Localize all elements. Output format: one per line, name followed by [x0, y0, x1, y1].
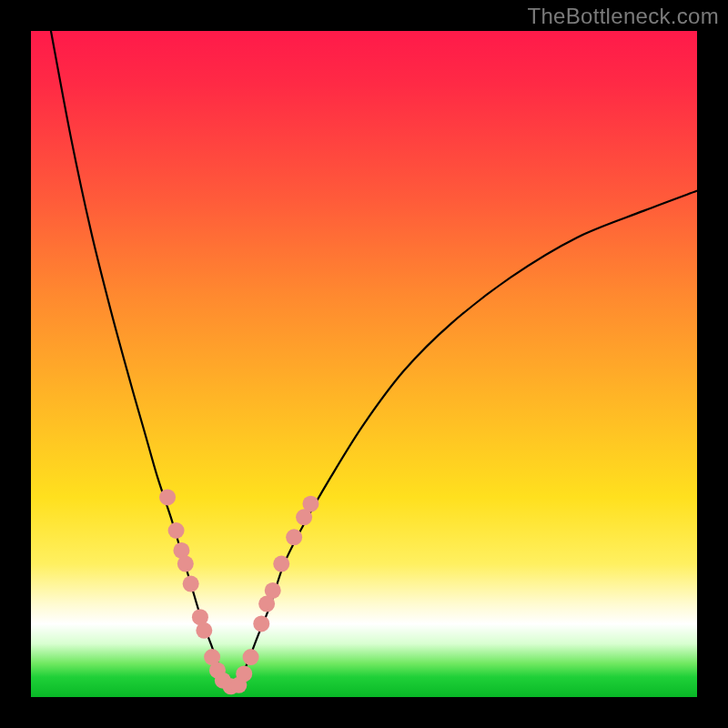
- plot-area: [31, 31, 697, 697]
- marker-group: [159, 489, 318, 694]
- marker-dot: [273, 556, 289, 572]
- marker-dot: [265, 582, 281, 599]
- curve-right-branch: [231, 191, 697, 691]
- marker-dot: [302, 496, 318, 512]
- marker-dot: [243, 649, 259, 665]
- attribution-text: TheBottleneck.com: [527, 4, 719, 29]
- marker-dot: [159, 489, 176, 505]
- marker-dot: [183, 576, 199, 592]
- curve-left-branch: [51, 31, 231, 691]
- marker-dot: [168, 522, 185, 539]
- curve-svg: [31, 31, 697, 697]
- marker-dot: [286, 529, 302, 545]
- marker-dot: [236, 665, 252, 682]
- marker-dot: [253, 615, 269, 632]
- marker-dot: [196, 622, 212, 639]
- outer-frame: TheBottleneck.com: [0, 0, 728, 728]
- marker-dot: [177, 556, 194, 572]
